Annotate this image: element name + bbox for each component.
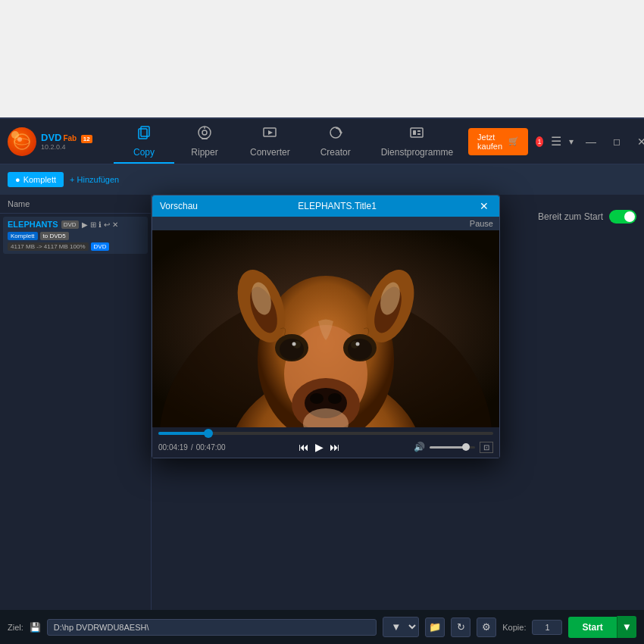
close-file-icon[interactable]: ✕ [112, 220, 118, 229]
bottom-bar: Ziel: 💾 ▼ 📁 ↻ ⚙ Kopie: Start ▼ [0, 610, 644, 644]
buy-button[interactable]: Jetzt kaufen 🛒 [468, 128, 528, 155]
svg-point-11 [330, 127, 341, 138]
radio-icon: ● [15, 175, 20, 184]
path-dropdown[interactable]: ▼ [383, 617, 419, 637]
settings-button[interactable]: ⚙ [477, 617, 496, 637]
top-white-area [0, 0, 644, 117]
tab-dienstprogramme[interactable]: Dienstprogramme [366, 119, 468, 164]
converter-icon [262, 125, 277, 144]
content-area: Name ELEPHANTS DVD ▶ ⊞ ℹ ↩ ✕ Komplett to… [0, 195, 644, 611]
svg-rect-3 [139, 129, 147, 139]
file-item-header: ELEPHANTS DVD ▶ ⊞ ℹ ↩ ✕ [8, 220, 143, 229]
minimize-icon[interactable]: — [581, 134, 601, 149]
creator-icon [328, 125, 343, 144]
buy-button-label: Jetzt kaufen [477, 133, 505, 151]
arrow-icon[interactable]: ↩ [104, 220, 110, 229]
volume-thumb [462, 443, 470, 451]
step-back-button[interactable]: ⏮ [299, 441, 309, 453]
current-time: 00:04:19 [158, 443, 188, 452]
tag-dvd: DVD [91, 242, 110, 251]
restore-icon[interactable]: ◻ [608, 135, 625, 148]
svg-point-2 [17, 137, 22, 142]
name-column-header: Name [0, 195, 151, 214]
fast-forward-button[interactable]: ⏭ [330, 441, 340, 453]
progress-area: 00:04:19 / 00:47:00 ⏮ ▶ ⏭ 🔊 [152, 427, 499, 458]
left-panel: Name ELEPHANTS DVD ▶ ⊞ ℹ ↩ ✕ Komplett to… [0, 195, 152, 611]
open-folder-button[interactable]: 📁 [425, 617, 445, 637]
komplett-button[interactable]: ● Komplett [8, 172, 64, 187]
controls-row: 00:04:19 / 00:47:00 ⏮ ▶ ⏭ 🔊 [158, 441, 493, 453]
preview-modal: Vorschau ELEPHANTS.Title1 ✕ Pause [152, 195, 500, 458]
volume-fill [430, 446, 466, 449]
hinzufugen-button[interactable]: + Hinzufügen [70, 175, 119, 184]
pause-button[interactable]: Pause [470, 219, 493, 228]
svg-point-38 [310, 393, 324, 404]
right-panel: Vorschau ELEPHANTS.Title1 ✕ Pause [152, 195, 644, 611]
volume-bar[interactable] [430, 446, 475, 449]
svg-point-34 [292, 342, 296, 346]
tab-dienstprogramme-label: Dienstprogramme [381, 147, 453, 158]
svg-rect-8 [202, 138, 208, 139]
svg-rect-4 [141, 127, 149, 136]
volume-icon: 🔊 [414, 442, 425, 452]
header-right: Jetzt kaufen 🛒 1 ☰ ▾ — ◻ ✕ [468, 128, 644, 155]
start-button[interactable]: Start [568, 617, 616, 638]
progress-fill [158, 432, 208, 435]
hdd-icon: 💾 [30, 622, 41, 633]
tab-copy[interactable]: Copy [114, 119, 174, 164]
tab-converter[interactable]: Converter [235, 119, 305, 164]
svg-point-35 [356, 342, 360, 346]
convert-icon[interactable]: ℹ [98, 220, 102, 229]
svg-marker-12 [340, 130, 342, 135]
copy-icon [136, 125, 152, 144]
refresh-button[interactable]: ↻ [451, 617, 470, 637]
logo-text: DVDFab 12 10.2.0.4 [41, 132, 92, 151]
close-icon[interactable]: ✕ [633, 134, 644, 149]
logo-area: DVDFab 12 10.2.0.4 [8, 127, 98, 156]
time-display: 00:04:19 / 00:47:00 [158, 443, 226, 452]
tab-creator-label: Creator [320, 147, 351, 158]
logo-icon [8, 127, 36, 156]
header-bar: DVDFab 12 10.2.0.4 Copy [0, 119, 644, 164]
ziel-label: Ziel: [8, 623, 23, 632]
logo-brand: DVDFab 12 [41, 132, 92, 143]
notification-badge: 1 [536, 136, 543, 147]
svg-rect-15 [417, 130, 420, 132]
bereit-text: Bereit zum Start [538, 211, 603, 222]
tab-creator[interactable]: Creator [305, 119, 366, 164]
menu-icon[interactable]: ☰ [551, 134, 561, 148]
list-item: ELEPHANTS DVD ▶ ⊞ ℹ ↩ ✕ Komplett to DVD5… [3, 217, 148, 254]
svg-rect-16 [417, 133, 420, 135]
play-icon[interactable]: ▶ [82, 220, 88, 229]
svg-rect-13 [411, 128, 423, 137]
svg-marker-10 [268, 130, 273, 135]
path-input[interactable] [47, 619, 377, 636]
tag-komplett: Komplett [8, 232, 38, 240]
tab-ripper-label: Ripper [191, 147, 217, 158]
kopie-label: Kopie: [502, 623, 526, 632]
dvd-badge: DVD [61, 220, 79, 229]
modal-subheader: Pause [152, 217, 499, 230]
hinzufugen-label: + Hinzufügen [70, 175, 119, 184]
cart-icon: 🛒 [508, 136, 519, 146]
tab-copy-label: Copy [133, 147, 155, 158]
tab-converter-label: Converter [250, 147, 290, 158]
ready-toggle[interactable] [609, 210, 636, 224]
modal-close-button[interactable]: ✕ [477, 200, 492, 212]
kopie-input[interactable] [532, 620, 562, 635]
app-window: DVDFab 12 10.2.0.4 Copy [0, 117, 644, 644]
volume-area: 🔊 ⊡ [414, 442, 493, 453]
start-dropdown-button[interactable]: ▼ [617, 616, 636, 638]
tab-ripper[interactable]: Ripper [174, 119, 235, 164]
nav-tabs: Copy Ripper [114, 119, 468, 164]
time-separator: / [191, 443, 193, 452]
aspect-ratio-button[interactable]: ⊡ [480, 442, 493, 453]
svg-point-1 [14, 139, 30, 145]
svg-rect-14 [413, 130, 416, 135]
progress-thumb [204, 429, 213, 438]
progress-track[interactable] [158, 432, 493, 435]
info-icon[interactable]: ⊞ [90, 220, 96, 229]
play-button[interactable]: ▶ [315, 441, 324, 453]
toolbar: ● Komplett + Hinzufügen [0, 164, 644, 195]
svg-point-30 [280, 339, 304, 360]
